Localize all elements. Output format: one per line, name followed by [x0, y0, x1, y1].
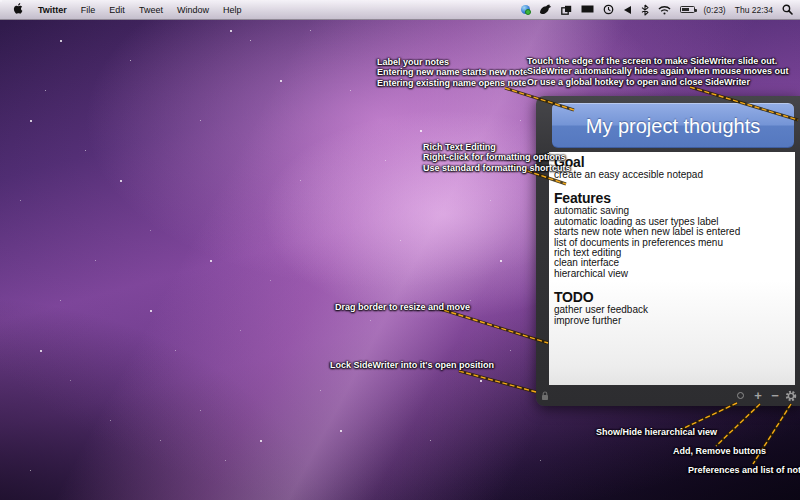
gear-icon	[785, 390, 797, 402]
menu-edit[interactable]: Edit	[109, 5, 125, 15]
note-section-heading: Goal	[554, 155, 790, 170]
globe-status-icon[interactable]	[521, 5, 530, 14]
note-line: create an easy accesible notepad	[554, 170, 790, 180]
menu-help[interactable]: Help	[223, 5, 242, 15]
volume-icon[interactable]	[623, 5, 632, 15]
windows-status-icon[interactable]	[561, 5, 572, 15]
twitter-bird-icon[interactable]	[539, 4, 552, 15]
display-status-icon[interactable]	[581, 5, 594, 14]
menu-tweet[interactable]: Tweet	[139, 5, 163, 15]
menu-bar-clock[interactable]: Thu 22:34	[735, 5, 773, 15]
note-section: TODO gather user feedback improve furthe…	[554, 290, 790, 326]
annotation-drag-border: Drag border to resize and move	[335, 302, 470, 312]
annotation-add-remove: Add, Remove buttons	[673, 446, 766, 456]
menu-bar: Twitter File Edit Tweet Window Help	[0, 0, 800, 20]
battery-time-remaining[interactable]: (0:23)	[704, 5, 726, 15]
lock-position-button[interactable]	[539, 385, 551, 406]
hierarchy-toggle-button[interactable]	[733, 385, 747, 406]
wifi-icon[interactable]	[658, 5, 671, 15]
lock-icon	[541, 391, 549, 401]
annotation-preferences: Preferences and list of notes	[688, 465, 800, 475]
apple-menu[interactable]	[13, 2, 24, 17]
sidewriter-panel: My project thoughts Goal create an easy …	[536, 96, 800, 406]
annotation-touch-edge: Touch the edge of the screen to make Sid…	[527, 56, 788, 87]
add-note-button[interactable]: +	[750, 385, 766, 406]
annotation-label-notes: Label your notes Entering new name start…	[377, 57, 528, 88]
note-section: Goal create an easy accesible notepad	[554, 155, 790, 180]
note-section-heading: TODO	[554, 290, 790, 305]
note-section: Features automatic saving automatic load…	[554, 191, 790, 279]
menu-bar-status: (0:23) Thu 22:34	[521, 4, 800, 16]
note-editor[interactable]: Goal create an easy accesible notepad Fe…	[549, 152, 795, 385]
battery-icon[interactable]	[680, 6, 695, 13]
note-section-heading: Features	[554, 191, 790, 206]
bluetooth-icon[interactable]	[641, 4, 649, 16]
note-line: improve further	[554, 316, 790, 326]
menu-window[interactable]: Window	[177, 5, 209, 15]
apple-icon	[13, 2, 24, 15]
annotation-rich-text: Rich Text Editing Right-click for format…	[423, 142, 571, 173]
spotlight-icon[interactable]	[782, 4, 793, 15]
remove-note-button[interactable]: −	[767, 385, 783, 406]
menu-file[interactable]: File	[81, 5, 96, 15]
note-line: hierarchical view	[554, 269, 790, 279]
annotation-show-hide: Show/Hide hierarchical view	[596, 427, 717, 437]
annotation-lock-position: Lock SideWriter into it's open position	[330, 360, 494, 370]
preferences-button[interactable]	[783, 385, 798, 406]
time-machine-icon[interactable]	[603, 4, 614, 15]
sidewriter-toolbar: + −	[536, 385, 800, 406]
circle-icon	[737, 392, 744, 399]
menu-bar-left: Twitter File Edit Tweet Window Help	[0, 2, 241, 17]
active-app-name[interactable]: Twitter	[38, 5, 67, 15]
note-title-field[interactable]: My project thoughts	[552, 103, 794, 148]
